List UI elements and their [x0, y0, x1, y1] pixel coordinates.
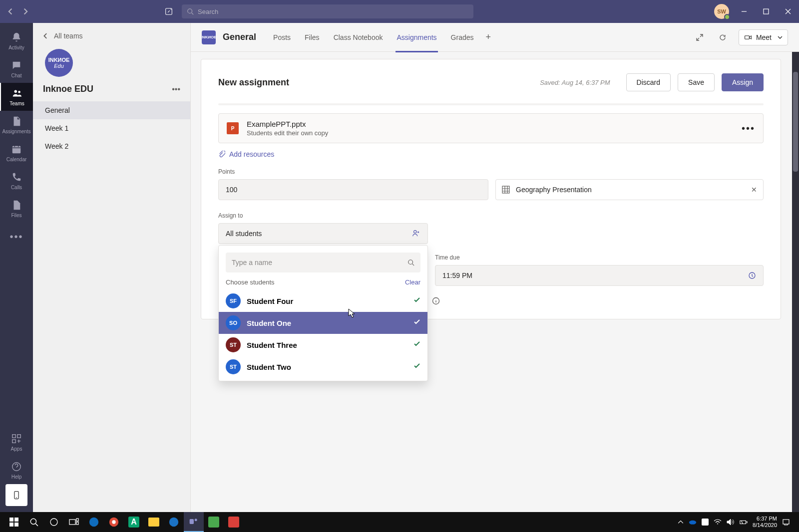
rubric-name: Geography Presentation: [516, 186, 592, 194]
expand-button[interactable]: [693, 30, 707, 44]
add-tab-button[interactable]: +: [481, 32, 496, 42]
svg-rect-30: [190, 519, 194, 524]
window-minimize[interactable]: [737, 4, 751, 18]
tray-onedrive-icon[interactable]: [689, 518, 697, 526]
channel-item[interactable]: General: [33, 101, 190, 119]
rail-label: Assignments: [2, 129, 30, 134]
taskbar-app-edge[interactable]: [84, 512, 104, 532]
svg-rect-12: [502, 186, 509, 193]
tab-files[interactable]: Files: [298, 23, 327, 52]
save-button[interactable]: Save: [678, 73, 715, 91]
rubric-icon: [502, 186, 510, 194]
forward-button[interactable]: [18, 4, 32, 18]
dropdown-search[interactable]: Type a name: [226, 253, 420, 272]
search-box[interactable]: Search: [182, 4, 473, 18]
tray-chevron-icon[interactable]: [678, 519, 684, 525]
svg-rect-19: [9, 523, 13, 527]
rail-mobile[interactable]: [5, 484, 27, 506]
tray-notification-icon[interactable]: [782, 518, 790, 526]
taskbar-app-2[interactable]: [204, 512, 224, 532]
svg-point-4: [18, 90, 20, 93]
taskbar-app-edgebeta[interactable]: [164, 512, 184, 532]
add-student-button[interactable]: [411, 229, 420, 239]
assign-to-input[interactable]: All students: [218, 223, 428, 244]
paperclip-icon: [218, 151, 225, 158]
window-close[interactable]: [781, 4, 795, 18]
tray-unknown-icon[interactable]: [702, 519, 709, 526]
taskbar-clock[interactable]: 6:37 PM 8/14/2020: [753, 516, 777, 529]
rail-help[interactable]: Help: [0, 456, 33, 484]
taskbar-app-3[interactable]: [224, 512, 244, 532]
rail-files[interactable]: Files: [0, 195, 33, 223]
attachment-row[interactable]: P ExamplePPT.pptx Students edit their ow…: [218, 113, 764, 143]
taskbar-app-chrome[interactable]: [104, 512, 124, 532]
taskbar-taskview[interactable]: [64, 512, 84, 532]
meet-label: Meet: [756, 33, 772, 41]
channel-item[interactable]: Week 1: [33, 119, 190, 137]
student-row[interactable]: STStudent Three: [219, 334, 427, 356]
taskbar-app-1[interactable]: A: [124, 512, 144, 532]
svg-rect-25: [76, 522, 78, 525]
start-button[interactable]: [4, 512, 24, 532]
rail-activity[interactable]: Activity: [0, 27, 33, 55]
svg-point-29: [169, 518, 178, 527]
rail-teams[interactable]: Teams: [0, 83, 33, 111]
new-chat-button[interactable]: [162, 4, 176, 18]
time-due-input[interactable]: 11:59 PM: [435, 265, 764, 286]
channel-item[interactable]: Week 2: [33, 137, 190, 155]
rail-label: Calendar: [6, 157, 27, 162]
student-row[interactable]: SOStudent One: [219, 312, 427, 334]
profile-avatar[interactable]: SW: [714, 4, 729, 19]
student-row[interactable]: STStudent Two: [219, 356, 427, 378]
window-maximize[interactable]: [759, 4, 773, 18]
tray-wifi-icon[interactable]: [714, 519, 722, 526]
tab-grades[interactable]: Grades: [444, 23, 481, 52]
rail-assignments[interactable]: Assignments: [0, 111, 33, 139]
all-teams-button[interactable]: All teams: [33, 32, 190, 49]
saved-status: Saved: Aug 14, 6:37 PM: [540, 79, 610, 86]
back-button[interactable]: [4, 4, 18, 18]
team-more-button[interactable]: •••: [172, 85, 180, 94]
avatar-initials: SW: [717, 8, 726, 14]
meet-button[interactable]: Meet: [739, 29, 788, 45]
svg-rect-18: [14, 518, 18, 522]
taskbar-cortana[interactable]: [44, 512, 64, 532]
add-resources-button[interactable]: Add resources: [218, 150, 764, 158]
team-avatar[interactable]: INKИOE Edu: [45, 49, 73, 77]
taskbar-search[interactable]: [24, 512, 44, 532]
channel-name: General: [223, 32, 256, 42]
discard-button[interactable]: Discard: [626, 73, 671, 91]
time-due-value: 11:59 PM: [442, 271, 472, 279]
tab-posts[interactable]: Posts: [266, 23, 298, 52]
rubric-chip[interactable]: Geography Presentation ✕: [495, 179, 764, 200]
points-input[interactable]: 100: [218, 179, 488, 200]
remove-rubric-button[interactable]: ✕: [751, 186, 757, 194]
time-due-label: Time due: [435, 254, 764, 261]
rail-calls[interactable]: Calls: [0, 167, 33, 195]
taskbar-app-teams[interactable]: [184, 512, 204, 532]
scrollbar-thumb[interactable]: [793, 72, 798, 172]
refresh-button[interactable]: [716, 30, 730, 44]
svg-rect-24: [76, 519, 78, 521]
rail-calendar[interactable]: Calendar: [0, 139, 33, 167]
more-icon: •••: [9, 231, 23, 243]
channel-avatar[interactable]: INKИOE: [202, 30, 216, 44]
back-label: All teams: [54, 32, 83, 40]
attachment-more-button[interactable]: •••: [742, 123, 755, 134]
vertical-scrollbar[interactable]: [792, 52, 799, 512]
svg-point-31: [195, 519, 197, 521]
student-row[interactable]: SFStudent Four: [219, 290, 427, 312]
tab-assignments[interactable]: Assignments: [390, 23, 443, 52]
tab-class-notebook[interactable]: Class Notebook: [327, 23, 390, 52]
tab-bar: INKИOE General PostsFilesClass NotebookA…: [191, 23, 799, 52]
clear-selection-button[interactable]: Clear: [405, 278, 420, 286]
taskbar-app-explorer[interactable]: [144, 512, 164, 532]
tray-volume-icon[interactable]: [727, 519, 735, 526]
rail-chat[interactable]: Chat: [0, 55, 33, 83]
assign-button[interactable]: Assign: [722, 73, 764, 91]
rail-apps[interactable]: Apps: [0, 428, 33, 456]
rail-more[interactable]: •••: [0, 223, 33, 251]
team-name: Inknoe EDU: [43, 84, 93, 94]
tray-power-icon[interactable]: [740, 519, 748, 526]
svg-rect-11: [745, 35, 749, 38]
